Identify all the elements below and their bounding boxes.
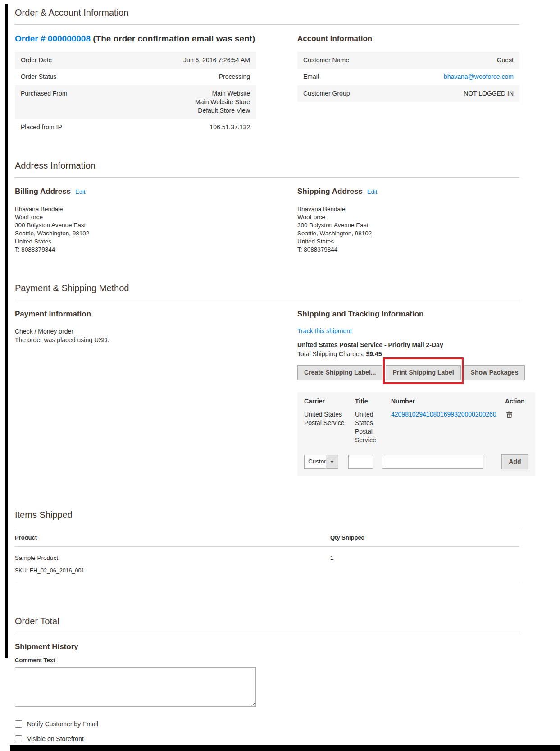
shipping-address-block: Shipping AddressEdit Bhavana Bendale Woo… bbox=[297, 178, 519, 254]
print-shipping-label-button[interactable]: Print Shipping Label bbox=[386, 365, 460, 380]
address-line: WooForce bbox=[297, 213, 519, 221]
column-header-qty-shipped: Qty Shipped bbox=[330, 534, 519, 541]
order-account-columns: Order # 000000008 (The order confirmatio… bbox=[15, 25, 519, 136]
shipping-label-buttons: Create Shipping Label... Print Shipping … bbox=[297, 365, 535, 380]
table-row-purchased-from: Purchased From Main Website Main Website… bbox=[15, 85, 256, 119]
row-label: Email bbox=[303, 73, 328, 81]
column-header-product: Product bbox=[15, 534, 330, 541]
track-shipment-link[interactable]: Track this shipment bbox=[297, 327, 352, 334]
account-information-heading: Account Information bbox=[297, 33, 519, 45]
carrier-select[interactable]: Custom bbox=[304, 455, 338, 469]
address-line: Bhavana Bendale bbox=[297, 205, 519, 213]
tracking-number-input[interactable] bbox=[382, 455, 483, 469]
product-sku: SKU: EH_02_06_2016_001 bbox=[15, 564, 519, 582]
tracking-title-input[interactable] bbox=[348, 455, 373, 469]
billing-address-block: Billing AddressEdit Bhavana Bendale WooF… bbox=[15, 178, 256, 254]
address-line: 300 Bolyston Avenue East bbox=[297, 221, 519, 229]
payment-method-text: Check / Money order bbox=[15, 327, 256, 336]
tracking-carrier-cell: United States Postal Service bbox=[304, 408, 355, 450]
row-label: Customer Name bbox=[303, 56, 358, 64]
address-line: T: 8088379844 bbox=[297, 246, 519, 254]
row-value: Guest bbox=[497, 56, 514, 64]
section-title-payment-shipping: Payment & Shipping Method bbox=[15, 282, 519, 300]
customer-email-link[interactable]: bhavana@wooforce.com bbox=[444, 73, 514, 80]
add-tracking-button[interactable]: Add bbox=[501, 454, 528, 469]
column-header-number: Number bbox=[391, 392, 505, 408]
delete-tracking-button[interactable] bbox=[505, 410, 514, 421]
create-shipping-label-button[interactable]: Create Shipping Label... bbox=[297, 365, 382, 380]
billing-address-lines: Bhavana Bendale WooForce 300 Bolyston Av… bbox=[15, 205, 256, 254]
payment-shipping-columns: Payment Information Check / Money order … bbox=[15, 300, 519, 476]
section-title-address: Address Information bbox=[15, 159, 519, 178]
comment-text-area[interactable] bbox=[15, 667, 256, 707]
notify-customer-checkbox[interactable] bbox=[15, 720, 22, 728]
row-label: Customer Group bbox=[303, 89, 359, 98]
order-info-table: Order Date Jun 6, 2016 7:26:54 AM Order … bbox=[15, 52, 256, 136]
carrier-select-value: Custom bbox=[305, 455, 326, 468]
shipping-tracking-block: Shipping and Tracking Information Track … bbox=[297, 300, 535, 476]
address-line: United States bbox=[297, 238, 519, 246]
shipping-charges-value: $9.45 bbox=[366, 350, 382, 357]
qty-shipped-value: 1 bbox=[330, 554, 519, 562]
items-table-header: Product Qty Shipped bbox=[15, 527, 519, 547]
row-value: NOT LOGGED IN bbox=[464, 89, 514, 98]
address-line: Seattle, Washington, 98102 bbox=[15, 229, 256, 238]
items-shipped-table: Product Qty Shipped Sample Product 1 SKU… bbox=[15, 527, 519, 582]
purchased-from-line: Main Website Store bbox=[195, 98, 250, 106]
row-label: Order Date bbox=[21, 56, 61, 64]
billing-address-edit-link[interactable]: Edit bbox=[75, 188, 85, 195]
shipping-charges-label: Total Shipping Charges: bbox=[297, 350, 364, 357]
billing-address-heading: Billing AddressEdit bbox=[15, 186, 256, 198]
tracking-number-link[interactable]: 420981029410801699320000200260 bbox=[391, 411, 496, 418]
address-line: United States bbox=[15, 238, 256, 246]
row-value: Processing bbox=[219, 73, 250, 81]
table-row-customer-group: Customer Group NOT LOGGED IN bbox=[297, 85, 519, 102]
notify-customer-label: Notify Customer by Email bbox=[27, 720, 98, 728]
shipping-method-text: United States Postal Service - Priority … bbox=[297, 341, 535, 349]
comment-text-label: Comment Text bbox=[15, 657, 519, 664]
table-row-email: Email bhavana@wooforce.com bbox=[297, 69, 519, 85]
address-line: Bhavana Bendale bbox=[15, 205, 256, 213]
payment-information-heading: Payment Information bbox=[15, 308, 256, 320]
order-number-link[interactable]: Order # 000000008 bbox=[15, 34, 91, 43]
show-packages-button[interactable]: Show Packages bbox=[464, 365, 525, 380]
visible-storefront-checkbox[interactable] bbox=[15, 735, 22, 742]
table-row-placed-from-ip: Placed from IP 106.51.37.132 bbox=[15, 119, 256, 136]
row-value: Jun 6, 2016 7:26:54 AM bbox=[183, 56, 250, 64]
table-row-customer-name: Customer Name Guest bbox=[297, 52, 519, 69]
order-confirmation-note: (The order confirmation email was sent) bbox=[93, 34, 255, 43]
shipping-charges-line: Total Shipping Charges: $9.45 bbox=[297, 350, 535, 358]
section-title-order-account: Order & Account Information bbox=[15, 6, 519, 25]
shipment-history-heading: Shipment History bbox=[15, 641, 519, 652]
product-name: Sample Product bbox=[15, 554, 330, 562]
purchased-from-line: Main Website bbox=[195, 89, 250, 98]
row-label: Purchased From bbox=[21, 89, 76, 98]
items-table-row: Sample Product 1 bbox=[15, 547, 519, 564]
shipping-address-edit-link[interactable]: Edit bbox=[367, 188, 377, 195]
billing-address-title: Billing Address bbox=[15, 187, 71, 196]
payment-currency-note: The order was placed using USD. bbox=[15, 336, 256, 344]
shipping-tracking-heading: Shipping and Tracking Information bbox=[297, 308, 535, 320]
row-value: Main Website Main Website Store Default … bbox=[195, 89, 250, 115]
notify-customer-row: Notify Customer by Email bbox=[15, 720, 519, 728]
section-title-items-shipped: Items Shipped bbox=[15, 508, 519, 527]
window-frame-left bbox=[5, 4, 8, 658]
tracking-number-cell: 420981029410801699320000200260 bbox=[391, 408, 505, 450]
address-columns: Billing AddressEdit Bhavana Bendale WooF… bbox=[15, 178, 519, 254]
tracking-action-cell bbox=[505, 408, 528, 450]
shipping-address-lines: Bhavana Bendale WooForce 300 Bolyston Av… bbox=[297, 205, 519, 254]
payment-information-block: Payment Information Check / Money order … bbox=[15, 300, 256, 476]
address-line: WooForce bbox=[15, 213, 256, 221]
print-shipping-label-wrap: Print Shipping Label bbox=[386, 365, 460, 380]
visible-storefront-row: Visible on Storefront bbox=[15, 735, 519, 742]
chevron-down-icon bbox=[326, 455, 338, 468]
row-label: Placed from IP bbox=[21, 123, 71, 132]
column-header-carrier: Carrier bbox=[304, 392, 355, 408]
trash-icon bbox=[506, 413, 513, 420]
address-line: Seattle, Washington, 98102 bbox=[297, 229, 519, 238]
add-tracking-row: Custom Add bbox=[304, 450, 528, 476]
table-row-order-status: Order Status Processing bbox=[15, 69, 256, 85]
order-title-line: Order # 000000008 (The order confirmatio… bbox=[15, 33, 256, 45]
column-header-action: Action bbox=[505, 392, 528, 408]
row-label: Order Status bbox=[21, 73, 65, 81]
